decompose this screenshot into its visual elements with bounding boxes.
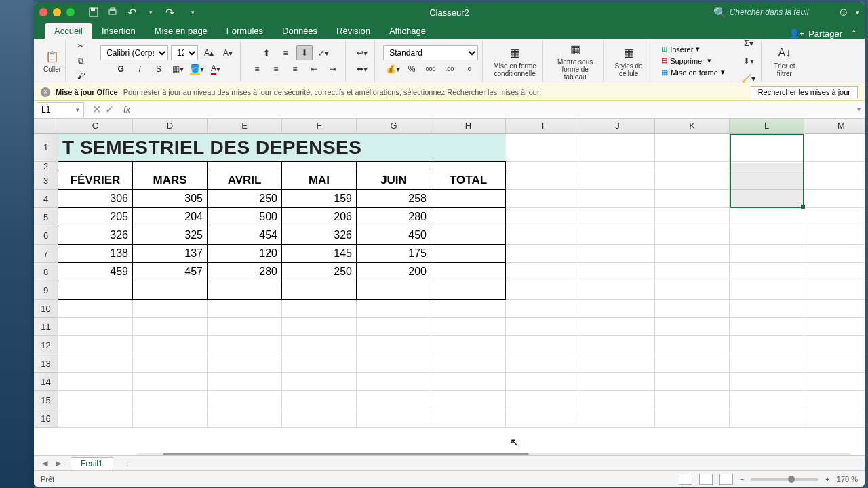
cell-I11[interactable] [506, 318, 580, 336]
cell-G16[interactable] [357, 409, 431, 428]
cell-D2[interactable] [133, 162, 208, 171]
percent-icon[interactable]: % [403, 62, 420, 77]
cell-C2[interactable] [58, 162, 133, 171]
cell-L9[interactable] [730, 281, 804, 300]
cell-L1[interactable] [730, 134, 804, 162]
align-right-icon[interactable]: ≡ [287, 62, 303, 77]
cell-D16[interactable] [133, 409, 208, 428]
cell-G14[interactable] [357, 373, 431, 391]
cell-G13[interactable] [357, 354, 431, 373]
underline-button[interactable]: S [151, 62, 167, 77]
cell-H15[interactable] [431, 391, 506, 409]
cell-L3[interactable] [730, 171, 804, 190]
undo-icon[interactable]: ↶ [126, 7, 137, 18]
cell-K1[interactable] [655, 134, 730, 162]
format-painter-icon[interactable]: 🖌 [73, 70, 89, 82]
cell-E13[interactable] [208, 354, 282, 373]
search-box[interactable]: 🔍 [713, 6, 831, 19]
cell-M1[interactable] [804, 134, 865, 162]
number-format-select[interactable]: Standard [383, 45, 478, 60]
col-header-D[interactable]: D [133, 119, 208, 134]
cell-styles-button[interactable]: ▦ Styles de cellule [612, 45, 646, 77]
cell-J3[interactable] [580, 171, 655, 190]
cell-D8[interactable]: 457 [133, 263, 208, 281]
align-top-icon[interactable]: ⬆ [258, 45, 275, 60]
search-input[interactable] [730, 7, 831, 17]
cell-J1[interactable] [580, 134, 655, 162]
cell-E3[interactable]: AVRIL [208, 171, 282, 190]
cell-E7[interactable]: 120 [208, 245, 282, 263]
cell-H11[interactable] [431, 318, 506, 336]
cell-C11[interactable] [58, 318, 133, 336]
sheet-tab-1[interactable]: Feuil1 [71, 457, 113, 470]
cell-L8[interactable] [730, 263, 804, 281]
cell-L7[interactable] [730, 245, 804, 263]
maximize-window-button[interactable] [66, 8, 75, 16]
prev-sheet-icon[interactable]: ◀ [39, 458, 50, 469]
cell-E16[interactable] [208, 409, 282, 428]
cell-L15[interactable] [730, 391, 804, 409]
cell-D15[interactable] [133, 391, 208, 409]
format-cells-button[interactable]: ▦Mise en forme ▾ [658, 67, 728, 77]
cell-F10[interactable] [282, 300, 357, 318]
cell-J12[interactable] [580, 336, 655, 354]
cell-E11[interactable] [208, 318, 282, 336]
cell-E9[interactable] [208, 281, 282, 300]
cell-M3[interactable] [804, 171, 865, 190]
print-icon[interactable] [107, 7, 118, 18]
cell-E15[interactable] [208, 391, 282, 409]
cell-F7[interactable]: 145 [282, 245, 357, 263]
cell-L11[interactable] [730, 318, 804, 336]
cell-K14[interactable] [655, 373, 730, 391]
cell-C15[interactable] [58, 391, 133, 409]
cell-I12[interactable] [506, 336, 580, 354]
cell-C1[interactable]: T SEMESTRIEL DES DEPENSES [58, 134, 506, 162]
cell-L12[interactable] [730, 336, 804, 354]
cell-F14[interactable] [282, 373, 357, 391]
cell-H9[interactable] [431, 281, 506, 300]
cell-K12[interactable] [655, 336, 730, 354]
cell-J13[interactable] [580, 354, 655, 373]
cell-K7[interactable] [655, 245, 730, 263]
row-header-13[interactable]: 13 [34, 354, 58, 373]
orientation-icon[interactable]: ⤢▾ [315, 45, 332, 60]
cell-F4[interactable]: 159 [282, 190, 357, 208]
zoom-out-button[interactable]: − [740, 475, 744, 483]
increase-decimal-icon[interactable]: .00 [441, 62, 458, 77]
cell-M16[interactable] [804, 409, 865, 428]
cell-M11[interactable] [804, 318, 865, 336]
decrease-font-icon[interactable]: A▾ [220, 45, 236, 60]
cell-K8[interactable] [655, 263, 730, 281]
cell-G10[interactable] [357, 300, 431, 318]
cell-M15[interactable] [804, 391, 865, 409]
next-sheet-icon[interactable]: ▶ [53, 458, 64, 469]
cell-K9[interactable] [655, 281, 730, 300]
sort-filter-button[interactable]: A↓ Trier et filtrer [770, 45, 800, 77]
cell-I1[interactable] [506, 134, 580, 162]
cell-M6[interactable] [804, 226, 865, 245]
cell-H13[interactable] [431, 354, 506, 373]
increase-indent-icon[interactable]: ⇥ [325, 62, 341, 77]
cancel-formula-icon[interactable]: ✕ [92, 103, 101, 116]
cell-D14[interactable] [133, 373, 208, 391]
cell-E14[interactable] [208, 373, 282, 391]
cell-M9[interactable] [804, 281, 865, 300]
cell-H2[interactable] [431, 162, 506, 171]
cell-H6[interactable] [431, 226, 506, 245]
qat-dropdown-icon[interactable]: ▾ [187, 7, 198, 18]
row-header-2[interactable]: 2 [34, 162, 58, 171]
cell-I13[interactable] [506, 354, 580, 373]
smiley-dropdown-icon[interactable]: ▾ [856, 9, 859, 16]
cell-H4[interactable] [431, 190, 506, 208]
cell-E10[interactable] [208, 300, 282, 318]
wrap-text-icon[interactable]: ↩▾ [354, 45, 370, 60]
merge-cells-icon[interactable]: ⬌▾ [354, 62, 370, 77]
tab-affichage[interactable]: Affichage [380, 23, 435, 39]
close-message-icon[interactable]: × [41, 87, 50, 97]
share-button[interactable]: Partager [808, 28, 842, 39]
italic-button[interactable]: I [132, 62, 148, 77]
col-header-C[interactable]: C [58, 119, 133, 134]
cell-M13[interactable] [804, 354, 865, 373]
cell-I9[interactable] [506, 281, 580, 300]
row-header-4[interactable]: 4 [34, 190, 58, 208]
